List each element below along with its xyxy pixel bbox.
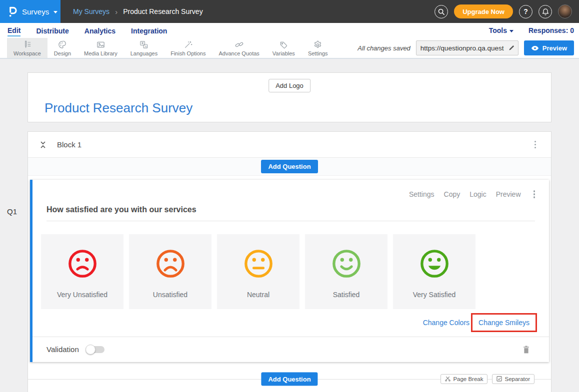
smiley-label: Satisfied: [333, 291, 360, 299]
chevron-down-icon: [510, 30, 514, 32]
notifications-button[interactable]: [538, 5, 552, 18]
toolbar-item-workspace[interactable]: Workspace: [7, 38, 48, 58]
add-logo-button[interactable]: Add Logo: [268, 79, 310, 92]
collapse-icon: [40, 141, 46, 149]
annotation-highlight-box: Change Smileys: [471, 313, 537, 332]
tab-analytics[interactable]: Analytics: [84, 25, 116, 36]
question-logic-link[interactable]: Logic: [470, 190, 486, 198]
question-card: Settings Copy Logic Preview How satisfie…: [30, 180, 549, 362]
survey-url-box: [416, 40, 518, 55]
smiley-label: Neutral: [247, 291, 270, 299]
toolbar-label: Design: [54, 50, 71, 56]
svg-text:A: A: [145, 44, 148, 48]
breadcrumb-my-surveys[interactable]: My Surveys: [73, 7, 110, 15]
add-question-button-top[interactable]: Add Question: [261, 160, 318, 173]
survey-title[interactable]: Product Research Survey: [44, 100, 192, 116]
eye-icon: [531, 45, 539, 51]
preview-button[interactable]: Preview: [524, 40, 574, 55]
block-more-menu-icon[interactable]: [532, 139, 538, 151]
delete-question-button[interactable]: [522, 345, 530, 354]
toolbar-label: Finish Options: [170, 50, 206, 56]
pencil-icon: [508, 44, 515, 51]
smiley-option-very-unsatisfied[interactable]: Very Unsatisfied: [41, 234, 124, 309]
toolbar-label: Languages: [130, 50, 158, 56]
toolbar-item-variables[interactable]: Variables: [266, 38, 302, 58]
question-number-label: Q1: [7, 207, 17, 216]
page-break-button[interactable]: Page Break: [440, 374, 488, 384]
breadcrumb-current: Product Research Survey: [123, 7, 203, 15]
top-header: Surveys My Surveys › Product Research Su…: [0, 0, 579, 23]
block-header: Block 1: [28, 132, 551, 158]
breadcrumb: My Surveys › Product Research Survey: [73, 7, 203, 16]
collapse-block-button[interactable]: [40, 141, 46, 149]
app-menu-label: Surveys: [22, 7, 49, 16]
edit-url-button[interactable]: [505, 44, 518, 51]
question-copy-link[interactable]: Copy: [444, 190, 460, 198]
search-icon: [438, 8, 445, 15]
surveys-app-menu[interactable]: Surveys: [0, 0, 60, 23]
separator-label: Separator: [504, 376, 530, 382]
change-colors-link[interactable]: Change Colors: [423, 319, 470, 327]
save-status: All changes saved: [358, 44, 410, 52]
change-smileys-link[interactable]: Change Smileys: [478, 319, 530, 327]
add-question-row-top: Add Question: [28, 158, 551, 176]
separator-button[interactable]: Separator: [492, 374, 534, 384]
survey-url-input[interactable]: [416, 44, 505, 52]
very-satisfied-smiley-icon: [419, 234, 450, 291]
checkbox-icon: [496, 376, 502, 382]
question-divider: [46, 221, 535, 221]
search-button[interactable]: [434, 5, 448, 18]
toolbar-label: Advance Quotas: [218, 50, 259, 56]
smiley-label: Very Unsatisfied: [57, 291, 108, 299]
preview-label: Preview: [542, 44, 567, 52]
toolbar-item-finish-options[interactable]: Finish Options: [164, 38, 212, 58]
question-mark-icon: ?: [524, 7, 528, 15]
user-avatar[interactable]: [558, 4, 572, 18]
toolbar-item-media-library[interactable]: Media Library: [78, 38, 124, 58]
satisfied-smiley-icon: [331, 234, 362, 291]
upgrade-now-button[interactable]: Upgrade Now: [454, 4, 513, 18]
smiley-option-very-satisfied[interactable]: Very Satisfied: [393, 234, 476, 309]
smiley-option-satisfied[interactable]: Satisfied: [305, 234, 388, 309]
toolbar-label: Workspace: [14, 50, 41, 56]
question-settings-link[interactable]: Settings: [409, 190, 434, 198]
smiley-option-neutral[interactable]: Neutral: [217, 234, 300, 309]
design-icon: [58, 40, 67, 49]
help-button[interactable]: ?: [519, 5, 532, 18]
block-title[interactable]: Block 1: [57, 140, 82, 149]
smiley-label: Very Satisfied: [413, 291, 456, 299]
toolbar-item-design[interactable]: Design: [48, 38, 78, 58]
tab-distribute[interactable]: Distribute: [36, 25, 68, 36]
smiley-label: Unsatisfied: [153, 291, 188, 299]
tab-integration[interactable]: Integration: [131, 25, 167, 36]
bell-icon: [542, 8, 549, 15]
validation-toggle[interactable]: [86, 346, 104, 353]
question-more-menu-icon[interactable]: [532, 188, 538, 200]
add-question-row-bottom: Add Question Page Break: [28, 366, 551, 392]
scissors-icon: [445, 376, 450, 382]
variables-icon: [279, 40, 288, 49]
toolbar-label: Media Library: [84, 50, 118, 56]
tools-menu[interactable]: Tools: [489, 26, 514, 34]
tab-edit[interactable]: Edit: [8, 25, 20, 36]
smiley-links-row: Change Colors Change Smileys: [32, 313, 537, 332]
block-card: Block 1 Add Question Settings Copy Logic…: [28, 131, 552, 392]
edit-toolbar: Workspace Design Media Library: [0, 38, 579, 59]
survey-nav: Edit Distribute Analytics Integration To…: [0, 23, 579, 38]
very-unsatisfied-smiley-icon: [67, 234, 98, 291]
finish-options-icon: [184, 40, 193, 49]
add-question-button-bottom[interactable]: Add Question: [261, 372, 318, 386]
survey-header-card: Add Logo Product Research Survey: [28, 72, 552, 122]
toggle-knob: [86, 345, 96, 355]
responses-count: Responses: 0: [528, 26, 574, 34]
settings-icon: [313, 40, 322, 49]
toolbar-item-settings[interactable]: Settings: [302, 38, 334, 58]
unsatisfied-smiley-icon: [155, 234, 186, 291]
toolbar-item-languages[interactable]: A Languages: [124, 38, 164, 58]
workspace-icon: [22, 40, 32, 49]
question-text[interactable]: How satisfied are you with our services: [46, 205, 535, 214]
question-preview-link[interactable]: Preview: [496, 190, 521, 198]
toolbar-item-advance-quotas[interactable]: Advance Quotas: [212, 38, 266, 58]
chevron-down-icon: [54, 11, 58, 13]
smiley-option-unsatisfied[interactable]: Unsatisfied: [129, 234, 212, 309]
